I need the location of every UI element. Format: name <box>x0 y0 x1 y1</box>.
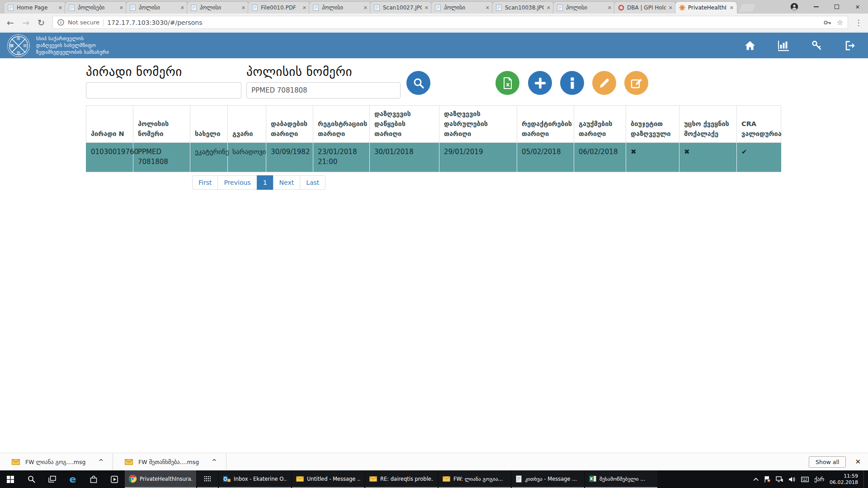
taskbar-outlook-window[interactable]: Inbox - Ekaterine O... <box>219 470 291 488</box>
maximize-button[interactable] <box>826 0 847 14</box>
clock[interactable]: 11:59 06.02.2018 <box>830 473 858 486</box>
org-logo <box>6 33 31 58</box>
show-desktop-button[interactable] <box>863 470 866 488</box>
attachment-item[interactable]: FW ლიანა გოგ....msg ^ <box>0 453 113 470</box>
taskbar-chrome-window[interactable]: PrivateHealthInsura... <box>125 470 196 488</box>
taskbar-excel-window[interactable]: X შესამოწმებელი ... <box>585 470 657 488</box>
browser-tab[interactable]: Scan10027.JPG ✕ <box>370 1 432 14</box>
browser-tab[interactable]: DBA | GPI Hold ✕ <box>614 1 676 14</box>
close-icon[interactable]: ✕ <box>730 5 734 11</box>
add-button[interactable] <box>528 71 552 95</box>
close-icon[interactable]: ✕ <box>180 5 184 11</box>
page-favicon-icon <box>312 5 319 11</box>
bookmark-star-icon[interactable]: ☆ <box>837 18 843 27</box>
personal-number-input[interactable] <box>86 82 241 99</box>
cell-budget-insured-x: ✖ <box>626 143 679 172</box>
edge-icon[interactable]: e <box>62 470 83 488</box>
pagination-first[interactable]: First <box>192 175 218 190</box>
tray-chevron-up-icon[interactable] <box>753 478 759 481</box>
browser-tab[interactable]: Scan10038.JPG ✕ <box>492 1 554 14</box>
search-icon <box>413 77 425 89</box>
chevron-up-icon[interactable]: ^ <box>98 458 104 465</box>
policy-number-input[interactable] <box>246 82 401 99</box>
close-icon[interactable]: ✕ <box>363 5 368 11</box>
browser-tab-active[interactable]: PrivateHealthI ✕ <box>675 1 737 14</box>
attachment-item[interactable]: FW შეთანხმება....msg ^ <box>113 453 226 470</box>
back-icon[interactable]: ← <box>4 18 17 28</box>
edit-button[interactable] <box>592 71 616 95</box>
browser-tab[interactable]: Home Page ✕ <box>4 1 66 14</box>
touch-keyboard-icon[interactable] <box>801 477 809 482</box>
browser-tab[interactable]: პოლისი ✕ <box>126 1 188 14</box>
close-window-button[interactable]: ✕ <box>847 0 868 14</box>
svg-text:x: x <box>506 81 509 88</box>
security-label: Not secure <box>68 19 99 26</box>
close-icon[interactable]: ✕ <box>241 5 245 11</box>
close-icon[interactable]: ✕ <box>302 5 307 11</box>
language-indicator[interactable]: ქარ <box>814 476 824 483</box>
close-icon[interactable]: ✕ <box>58 5 62 11</box>
browser-tab[interactable]: პოლისი ✕ <box>309 1 371 14</box>
taskbar-message-window[interactable]: FW: ლიანა გოგია... <box>439 470 511 488</box>
browser-tab[interactable]: File0010.PDF ✕ <box>248 1 310 14</box>
browser-tab-strip: Home Page ✕ პოლისები ✕ პოლისი ✕ პოლისი ✕… <box>0 0 868 14</box>
browser-tab[interactable]: პოლისები ✕ <box>65 1 127 14</box>
network-icon[interactable] <box>776 476 783 483</box>
page-favicon-icon <box>190 5 197 11</box>
info-icon[interactable] <box>57 19 64 26</box>
alert-flag-icon[interactable] <box>764 476 770 483</box>
tab-title: პოლისი <box>322 5 361 11</box>
edit-record-button[interactable] <box>624 71 648 95</box>
taskbar-app-grid-window[interactable] <box>197 470 218 488</box>
taskbar-message-window[interactable]: RE: daireqtis proble... <box>365 470 438 488</box>
minimize-button[interactable] <box>806 0 826 14</box>
home-icon[interactable] <box>744 40 756 52</box>
close-icon[interactable]: ✕ <box>669 5 673 11</box>
chevron-up-icon[interactable]: ^ <box>212 458 217 465</box>
chart-icon[interactable] <box>778 40 789 52</box>
media-player-icon[interactable] <box>104 470 125 488</box>
export-excel-button[interactable]: x <box>495 71 519 95</box>
browser-menu-icon[interactable]: ⋮ <box>853 18 864 27</box>
attachment-name: FW შეთანხმება....msg <box>138 459 199 465</box>
start-button[interactable] <box>0 470 21 488</box>
key-icon[interactable] <box>811 40 823 52</box>
close-icon[interactable]: ✕ <box>425 5 429 11</box>
divider <box>103 19 104 26</box>
taskbar-message-window[interactable]: Untitled - Message ... <box>292 470 364 488</box>
person-row[interactable]: 01030019760 PPMED 7081808 ეკატერინე სარა… <box>86 143 781 172</box>
taskbar-document-window[interactable]: კითხვა - Message ... <box>512 470 584 488</box>
close-icon[interactable]: ✕ <box>119 5 123 11</box>
search-button[interactable] <box>406 71 430 95</box>
close-icon[interactable]: ✕ <box>608 5 612 11</box>
sign-out-icon[interactable] <box>844 40 856 52</box>
org-name: სსიპ საქართველოს დაზღვევის სახელმწიფო ზე… <box>36 35 109 55</box>
store-icon[interactable] <box>83 470 104 488</box>
cell-foreign-citizen-x: ✖ <box>679 143 737 172</box>
taskbar-search-icon[interactable] <box>21 470 42 488</box>
pagination-page-1[interactable]: 1 <box>257 175 274 190</box>
new-tab-button[interactable] <box>739 4 756 12</box>
volume-icon[interactable] <box>788 476 796 483</box>
browser-tab[interactable]: პოლისი ✕ <box>187 1 249 14</box>
window-controls: ✕ <box>787 0 868 14</box>
pagination-next[interactable]: Next <box>273 175 301 190</box>
close-bar-icon[interactable]: ✕ <box>855 458 861 466</box>
browser-tab[interactable]: პოლისი ✕ <box>431 1 493 14</box>
pagination-last[interactable]: Last <box>300 175 326 190</box>
info-button[interactable] <box>560 71 584 95</box>
dba-favicon-icon <box>618 5 624 11</box>
password-key-icon[interactable] <box>824 20 831 25</box>
reload-icon[interactable]: ↻ <box>34 18 48 28</box>
show-all-button[interactable]: Show all <box>809 456 846 468</box>
close-icon[interactable]: ✕ <box>486 5 490 11</box>
browser-tab[interactable]: პოლისი ✕ <box>553 1 615 14</box>
forward-icon[interactable]: → <box>19 18 33 28</box>
close-icon[interactable]: ✕ <box>547 5 551 11</box>
envelope-icon <box>443 476 450 482</box>
profile-icon[interactable] <box>787 3 802 11</box>
page-favicon-icon <box>129 5 136 11</box>
pagination-previous[interactable]: Previous <box>217 175 257 190</box>
task-view-icon[interactable] <box>42 470 62 488</box>
address-bar[interactable]: Not secure 172.17.7.103:3030/#/persons ☆ <box>52 16 848 29</box>
